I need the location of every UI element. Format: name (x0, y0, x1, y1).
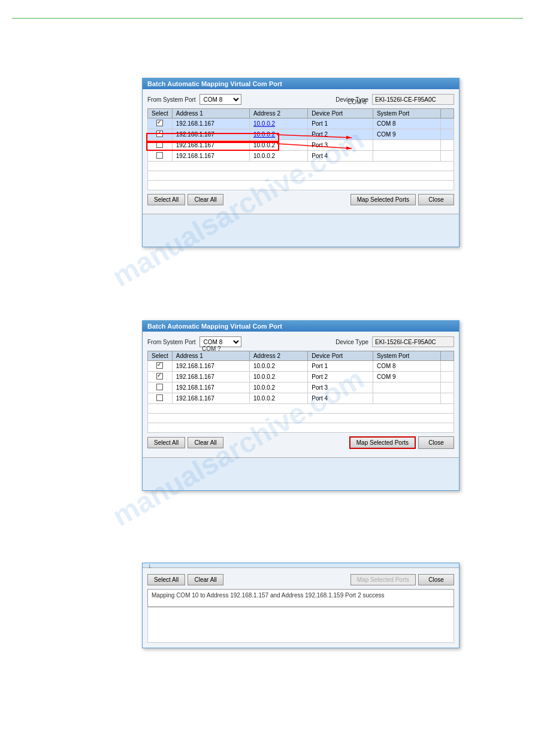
dialog-2-titlebar: Batch Automatic Mapping Virtual Com Port (143, 321, 459, 332)
port-table-1: Select Address 1 Address 2 Device Port S… (147, 108, 454, 190)
device-type-value-2: EKI-1526I-CE-F95A0C (372, 336, 454, 347)
col-address1-1: Address 1 (172, 109, 249, 119)
col-select-1: Select (148, 109, 173, 119)
checkbox-row2-1[interactable] (156, 130, 163, 137)
checkbox-row1-2[interactable] (156, 362, 163, 369)
dialog-3-extra-space (147, 607, 454, 643)
select-all-btn-1[interactable]: Select All (147, 194, 185, 205)
clear-all-btn-2[interactable]: Clear All (188, 437, 223, 448)
dialog-2-body: From System Port COM 8 Device Type EKI-1… (143, 332, 459, 457)
checkbox-row3-1[interactable] (156, 141, 163, 148)
table-row: 192.168.1.167 10.0.0.2 Port 2 COM 9 (148, 372, 454, 382)
checkbox-row4-1[interactable] (156, 152, 163, 159)
table-header-row-1: Select Address 1 Address 2 Device Port S… (148, 109, 454, 119)
col-system-port-1: System Port (373, 109, 440, 119)
dialog-2-button-row: Select All Clear All Map Selected Ports … (147, 436, 454, 449)
col-address2-2: Address 2 (249, 351, 307, 361)
dialog-3-top-partial: └ (143, 563, 459, 568)
from-system-port-label-1: From System Port (147, 96, 196, 103)
dialog-1-body: From System Port COM 8 Device Type EKI-1… (143, 89, 459, 214)
status-message-text: Mapping COM 10 to Address 192.168.1.157 … (152, 592, 385, 599)
dialog-2-title: Batch Automatic Mapping Virtual Com Port (147, 323, 282, 330)
close-btn-2[interactable]: Close (418, 436, 454, 449)
col-device-port-2: Device Port (308, 351, 373, 361)
dialog-1: Batch Automatic Mapping Virtual Com Port… (142, 78, 460, 247)
dialog-1-button-row: Select All Clear All Map Selected Ports … (147, 194, 454, 205)
col-empty-1 (441, 109, 454, 119)
select-all-btn-2[interactable]: Select All (147, 437, 185, 448)
port-table-2: Select Address 1 Address 2 Device Port S… (147, 351, 454, 433)
com7-annotation-label: COM ? (202, 345, 221, 352)
table-row-empty (148, 181, 454, 190)
col-address1-2: Address 1 (172, 351, 249, 361)
table-row-empty (148, 162, 454, 171)
dialog-1-bottom (143, 214, 459, 247)
select-all-btn-3[interactable]: Select All (147, 574, 185, 585)
close-btn-1[interactable]: Close (418, 194, 454, 205)
close-btn-3[interactable]: Close (418, 574, 454, 585)
table-row: 192.168.1.167 10.0.0.2 Port 2 COM 9 (148, 129, 454, 140)
table-row-empty (148, 171, 454, 181)
table-row-empty (148, 404, 454, 414)
map-selected-ports-btn-2[interactable]: Map Selected Ports (349, 436, 416, 449)
table-row-empty (148, 414, 454, 423)
table-row: 192.168.1.167 10.0.0.2 Port 3 (148, 140, 454, 151)
top-line (12, 18, 523, 19)
table-row: 192.168.1.167 10.0.0.2 Port 1 COM 8 (148, 119, 454, 129)
col-empty-2 (441, 351, 454, 361)
col-address2-1: Address 2 (249, 109, 307, 119)
checkbox-row1-1[interactable] (156, 120, 163, 126)
checkbox-row4-2[interactable] (156, 394, 163, 401)
clear-all-btn-1[interactable]: Clear All (188, 194, 223, 205)
dialog-2: Batch Automatic Mapping Virtual Com Port… (142, 320, 460, 491)
dialog-3-body: Select All Clear All Map Selected Ports … (143, 568, 459, 648)
dialog-2-form-row: From System Port COM 8 Device Type EKI-1… (147, 336, 454, 347)
map-selected-ports-btn-3[interactable]: Map Selected Ports (350, 574, 416, 585)
clear-all-btn-3[interactable]: Clear All (188, 574, 223, 585)
device-type-label-2: Device Type (335, 339, 368, 345)
table-row: 192.168.1.167 10.0.0.2 Port 4 (148, 393, 454, 404)
table-row: 192.168.1.167 10.0.0.2 Port 1 COM 8 (148, 361, 454, 372)
dialog-1-title: Batch Automatic Mapping Virtual Com Port (147, 80, 282, 87)
table-row: 192.168.1.167 10.0.0.2 Port 3 (148, 382, 454, 393)
table-header-row-2: Select Address 1 Address 2 Device Port S… (148, 351, 454, 361)
col-select-2: Select (148, 351, 173, 361)
from-system-port-label-2: From System Port (147, 339, 196, 345)
from-system-port-select-1[interactable]: COM 8 (200, 94, 241, 105)
dialog-1-titlebar: Batch Automatic Mapping Virtual Com Port (143, 78, 459, 89)
dialog-1-form-row: From System Port COM 8 Device Type EKI-1… (147, 94, 454, 105)
dialog-2-bottom (143, 457, 459, 490)
col-device-port-1: Device Port (308, 109, 373, 119)
checkbox-row2-2[interactable] (156, 373, 163, 379)
table-row: 192.168.1.167 10.0.0.2 Port 4 (148, 151, 454, 162)
table-row-empty (148, 423, 454, 433)
com8-annotation-label: COM 8 (347, 99, 367, 105)
dialog-3-button-row: Select All Clear All Map Selected Ports … (147, 574, 454, 585)
col-system-port-2: System Port (373, 351, 440, 361)
checkbox-row3-2[interactable] (156, 384, 163, 390)
dialog-3: └ Select All Clear All Map Selected Port… (142, 563, 460, 648)
map-selected-ports-btn-1[interactable]: Map Selected Ports (350, 194, 416, 205)
status-message-bar: Mapping COM 10 to Address 192.168.1.157 … (147, 589, 454, 607)
device-type-value-1: EKI-1526I-CE-F95A0C (372, 94, 454, 105)
